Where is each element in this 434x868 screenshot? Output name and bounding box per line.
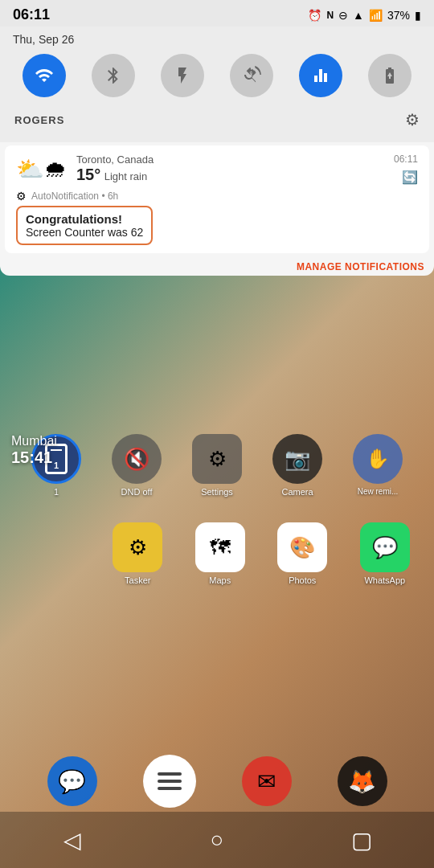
signal-icon: 📶 [369,9,383,22]
equalizer-toggle[interactable] [299,54,342,97]
status-time: 06:11 [13,6,50,23]
battery-level: 37% [387,9,410,22]
auto-notif-label: AutoNotification • 6h [31,190,118,202]
whatsapp-label: WhatsApp [364,575,405,585]
app-tasker[interactable]: ⚙ Tasker [105,522,170,585]
app-dnd[interactable]: 🔇 DND off [104,434,169,497]
app-camera[interactable]: 📷 Camera [265,434,330,497]
gmail-icon: ✉ [257,768,276,795]
messenger-icon: 💬 [58,768,86,795]
home-button[interactable]: ○ [197,820,237,860]
clock-time: 15:41 [11,448,57,467]
svg-rect-1 [158,780,182,783]
notification-panel: 06:11 ⏰ N ⊖ ▲ 📶 37% ▮ Thu, Sep 26 [0,0,434,276]
alarm-icon: ⏰ [308,9,321,22]
home-apps-row1: 1 1 🔇 DND off ⚙ Settings 📷 Camera ✋ New … [0,434,434,497]
weather-row: ⛅🌧 Toronto, Canada 15° Light rain [16,154,154,184]
auto-notif-header: ⚙ AutoNotification • 6h [16,190,418,203]
dock-gmail[interactable]: ✉ [242,756,292,806]
firefox-icon: 🦊 [348,768,376,795]
settings-label: Settings [201,487,233,497]
clock-widget: Mumbai 15:41 [11,434,57,467]
wifi-status-icon: ▲ [353,9,364,22]
congrats-box: Congratulations! Screen Counter was 62 [16,206,153,245]
battery-saver-toggle[interactable] [368,54,411,97]
refresh-icon[interactable]: 🔄 [402,170,418,185]
home-icon: ○ [211,827,224,853]
clock-city: Mumbai [11,434,57,448]
reminder-icon: ✋ [353,434,403,484]
carrier-name: ROGERS [14,114,64,126]
navigation-bar: ◁ ○ ▢ [0,812,434,868]
reminder-label: New remi... [358,487,399,496]
quick-toggles [10,54,424,97]
back-button[interactable]: ◁ [52,820,92,860]
recents-icon: ▢ [351,827,372,854]
dock-center-button[interactable] [143,755,196,808]
rotate-toggle[interactable] [230,54,273,97]
flashlight-toggle[interactable] [161,54,204,97]
whatsapp-icon: 💬 [360,522,410,572]
weather-location: Toronto, Canada [76,154,154,166]
date-row: Thu, Sep 26 [10,33,424,46]
notif-header: ⛅🌧 Toronto, Canada 15° Light rain 06:11 … [16,154,418,185]
dock-messenger[interactable]: 💬 [47,756,97,806]
weather-notif-time: 06:11 [394,154,418,165]
weather-temp-desc: 15° Light rain [76,166,154,184]
carrier-row: ROGERS ⚙ [10,107,424,133]
nfc-icon: N [326,10,334,21]
screen-counter-label: 1 [54,487,59,497]
photos-label: Photos [289,575,316,585]
maps-icon: 🗺 [195,522,245,572]
weather-icon: ⛅🌧 [16,156,67,182]
tasker-icon: ⚙ [113,522,162,572]
photos-icon: 🎨 [277,522,327,572]
app-settings[interactable]: ⚙ Settings [185,434,249,497]
tasker-label: Tasker [125,575,150,585]
app-whatsapp[interactable]: 💬 WhatsApp [353,522,417,585]
weather-notification: ⛅🌧 Toronto, Canada 15° Light rain 06:11 … [5,145,429,253]
quick-settings: Thu, Sep 26 [0,27,434,142]
svg-rect-0 [158,772,182,776]
auto-notif-icon: ⚙ [16,190,27,203]
maps-label: Maps [209,575,231,585]
back-icon: ◁ [63,827,81,854]
manage-notifications-button[interactable]: MANAGE NOTIFICATIONS [0,256,434,276]
app-new-reminder[interactable]: ✋ New remi... [346,434,410,497]
status-icons: ⏰ N ⊖ ▲ 📶 37% ▮ [308,9,421,22]
status-bar: 06:11 ⏰ N ⊖ ▲ 📶 37% ▮ [0,0,434,27]
recents-button[interactable]: ▢ [342,820,382,860]
bluetooth-toggle[interactable] [92,54,135,97]
dnd-icon: ⊖ [338,9,348,22]
hamburger-icon [158,772,182,790]
weather-description: Light rain [104,170,147,182]
camera-icon: 📷 [272,434,322,484]
settings-app-icon: ⚙ [192,434,242,484]
congrats-body: Screen Counter was 62 [26,226,143,239]
dock: 💬 ✉ 🦊 [0,755,434,808]
dock-firefox[interactable]: 🦊 [338,756,387,806]
dnd-icon: 🔇 [112,434,162,484]
app-photos[interactable]: 🎨 Photos [270,522,334,585]
home-apps-row2: ⚙ Tasker 🗺 Maps 🎨 Photos 💬 WhatsApp [88,522,434,585]
wifi-toggle[interactable] [23,54,66,97]
dnd-label: DND off [121,487,153,497]
battery-icon: ▮ [415,9,421,22]
svg-rect-2 [158,787,182,790]
date-text: Thu, Sep 26 [13,33,74,46]
camera-label: Camera [281,487,313,497]
settings-gear-icon[interactable]: ⚙ [405,110,420,129]
congrats-title: Congratulations! [26,212,143,226]
weather-info: Toronto, Canada 15° Light rain [76,154,154,184]
app-maps[interactable]: 🗺 Maps [188,522,252,585]
weather-temperature: 15° [76,166,100,183]
